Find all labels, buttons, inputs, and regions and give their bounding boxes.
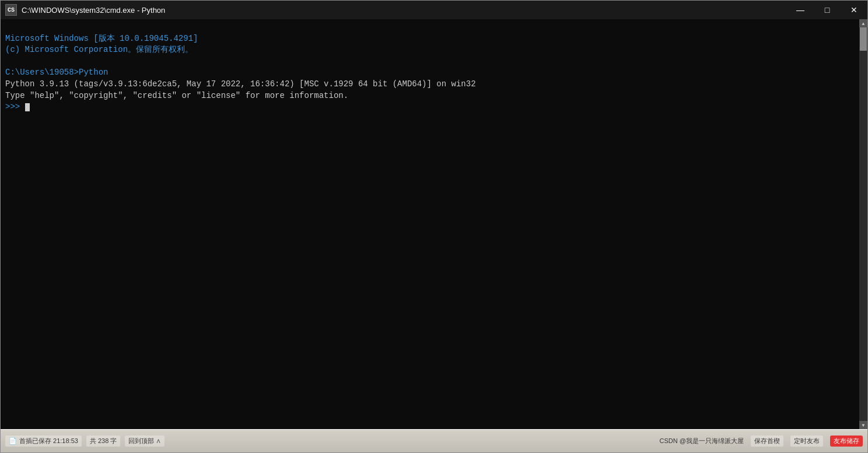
taskbar-item-save[interactable]: 📄 首插已保存 21:18:53: [5, 436, 82, 447]
taskbar-timer[interactable]: 定时友布: [790, 436, 823, 447]
scrollbar-track[interactable]: [859, 27, 867, 421]
terminal-body[interactable]: Microsoft Windows [版本 10.0.19045.4291] (…: [1, 19, 867, 429]
scroll-top-text: 回到顶部 ∧: [128, 437, 161, 445]
close-button[interactable]: ✕: [841, 1, 867, 19]
timer-text: 定时友布: [794, 437, 820, 445]
window-title: C:\WINDOWS\system32\cmd.exe - Python: [22, 6, 863, 15]
scrollbar-up-arrow[interactable]: ▲: [859, 19, 867, 27]
terminal-prompt[interactable]: >>>: [5, 102, 30, 111]
terminal-line-4: C:\Users\19058>Python: [5, 68, 108, 77]
cmd-window: CS C:\WINDOWS\system32\cmd.exe - Python …: [0, 0, 868, 453]
scrollbar[interactable]: ▲ ▼: [859, 19, 867, 429]
scrollbar-thumb[interactable]: [860, 27, 867, 51]
window-controls: — □ ✕: [787, 1, 867, 19]
terminal-line-1: Microsoft Windows [版本 10.0.19045.4291]: [5, 34, 198, 43]
save-first-text: 保存首楔: [754, 437, 780, 445]
terminal-output: Microsoft Windows [版本 10.0.19045.4291] (…: [5, 22, 863, 124]
taskbar: 📄 首插已保存 21:18:53 共 238 字 回到顶部 ∧ CSDN @我是…: [1, 429, 867, 452]
taskbar-save-first[interactable]: 保存首楔: [751, 436, 783, 447]
minimize-button[interactable]: —: [787, 1, 814, 19]
csdn-label: CSDN @我是一只海绵派大屋: [660, 437, 744, 445]
taskbar-right: CSDN @我是一只海绵派大屋 保存首楔 定时友布 友布储存: [660, 436, 863, 447]
char-count-text: 共 238 字: [90, 437, 117, 445]
scrollbar-down-arrow[interactable]: ▼: [859, 421, 867, 429]
maximize-button[interactable]: □: [814, 1, 841, 19]
cursor-blink: [25, 103, 30, 111]
save-icon: 📄: [9, 437, 17, 445]
cmd-icon: CS: [5, 4, 17, 16]
taskbar-item-top[interactable]: 回到顶部 ∧: [125, 436, 164, 447]
terminal-line-2: (c) Microsoft Corporation。保留所有权利。: [5, 45, 193, 54]
terminal-line-5: Python 3.9.13 (tags/v3.9.13:6de2ca5, May…: [5, 79, 476, 89]
friend-publish-button[interactable]: 友布储存: [830, 436, 863, 447]
terminal-line-6: Type "help", "copyright", "credits" or "…: [5, 91, 348, 100]
taskbar-item-chars: 共 238 字: [86, 436, 120, 447]
save-status-text: 首插已保存 21:18:53: [19, 437, 78, 445]
title-bar: CS C:\WINDOWS\system32\cmd.exe - Python …: [1, 1, 867, 19]
